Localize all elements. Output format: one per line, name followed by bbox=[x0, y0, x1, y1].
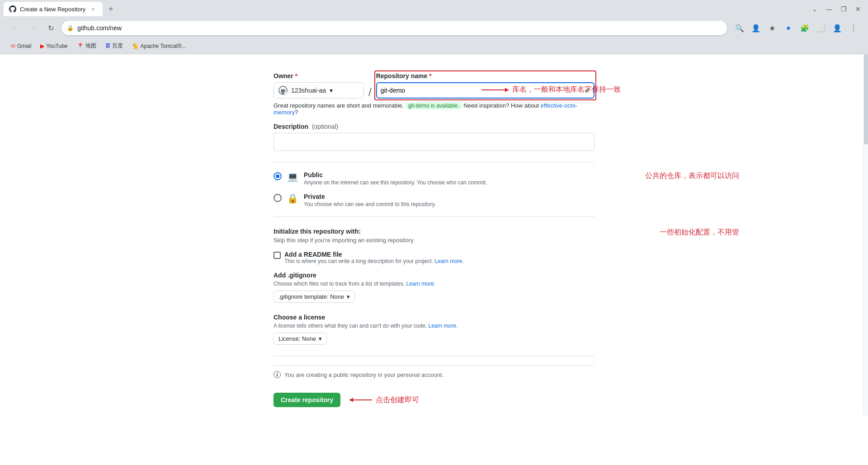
back-button[interactable]: ← bbox=[7, 21, 22, 35]
public-annotation-text: 公共的仓库，表示都可以访问 bbox=[645, 171, 739, 181]
readme-learn-more[interactable]: Learn more. bbox=[434, 258, 464, 264]
form-container: Owner * 123shuai-aa ▾ / bbox=[264, 72, 604, 425]
license-label: Choose a license bbox=[274, 314, 594, 321]
divider-2 bbox=[274, 216, 594, 217]
info-note: ℹ You are creating a public repository i… bbox=[274, 365, 594, 384]
readme-text: Add a README file This is where you can … bbox=[284, 251, 464, 264]
baidu-icon: 百 bbox=[105, 42, 110, 49]
more-button[interactable]: ⌄ bbox=[808, 3, 821, 15]
tab-favicon bbox=[9, 5, 16, 13]
availability-suffix: Need inspiration? How about bbox=[462, 102, 541, 109]
profile-icon[interactable]: 👤 bbox=[749, 21, 763, 35]
search-icon[interactable]: 🔍 bbox=[732, 21, 747, 35]
private-option[interactable]: 🔒 Private You choose who can see and com… bbox=[274, 193, 594, 207]
owner-avatar bbox=[278, 86, 288, 95]
bookmark-maps[interactable]: 📍 地图 bbox=[73, 40, 100, 52]
sidebar-icon[interactable]: ⬜ bbox=[814, 21, 828, 35]
account-icon[interactable]: 👤 bbox=[830, 21, 844, 35]
private-desc: You choose who can see and commit to thi… bbox=[304, 201, 436, 207]
apache-icon: 🐈 bbox=[132, 43, 139, 49]
title-bar: Create a New Repository × + ⌄ — ❐ ✕ bbox=[0, 0, 868, 18]
private-icon: 🔒 bbox=[287, 193, 298, 204]
maps-label: 地图 bbox=[85, 42, 96, 50]
divider-3 bbox=[274, 356, 594, 356]
bookmark-apache[interactable]: 🐈 Apache Tomcat®... bbox=[128, 41, 190, 51]
active-tab[interactable]: Create a New Repository × bbox=[4, 2, 103, 16]
license-select[interactable]: License: None ▾ bbox=[274, 333, 327, 345]
bookmark-icon[interactable]: ★ bbox=[765, 21, 779, 35]
apache-label: Apache Tomcat®... bbox=[141, 43, 186, 49]
gmail-label: Gmail bbox=[17, 43, 31, 49]
init-annotation-text: 一些初始化配置，不用管 bbox=[660, 228, 739, 236]
toolbar-icons: 🔍 👤 ★ ● 🧩 ⬜ 👤 ⋮ bbox=[732, 21, 861, 35]
gitignore-learn-more[interactable]: Learn more. bbox=[406, 281, 435, 287]
public-text: Public Anyone on the internet can see th… bbox=[304, 171, 487, 186]
minimize-button[interactable]: — bbox=[823, 3, 835, 15]
lock-icon: 🔒 bbox=[67, 25, 74, 31]
availability-badge: git-demo is available. bbox=[406, 102, 462, 109]
availability-suffix2: ? bbox=[295, 109, 298, 116]
license-section: Choose a license A license tells others … bbox=[274, 314, 594, 345]
description-input[interactable] bbox=[274, 133, 594, 151]
description-section: Description (optional) bbox=[274, 123, 594, 151]
private-text: Private You choose who can see and commi… bbox=[304, 193, 436, 207]
owner-repo-separator: / bbox=[366, 73, 374, 99]
init-subtitle: Skip this step if you're importing an ex… bbox=[274, 237, 594, 244]
browser-frame: Create a New Repository × + ⌄ — ❐ ✕ ← → … bbox=[0, 0, 868, 465]
readme-label: Add a README file bbox=[284, 251, 464, 258]
bookmark-youtube[interactable]: ▶ YouTube bbox=[37, 41, 71, 51]
bookmark-gmail[interactable]: ✉ Gmail bbox=[7, 41, 35, 51]
page-content: Owner * 123shuai-aa ▾ / bbox=[0, 54, 868, 465]
owner-field-group: Owner * 123shuai-aa ▾ bbox=[274, 72, 364, 99]
extensions-icon[interactable]: 🧩 bbox=[797, 21, 812, 35]
url-bar[interactable]: 🔒 github.com/new bbox=[61, 21, 727, 35]
owner-dropdown-icon: ▾ bbox=[330, 87, 333, 94]
description-optional: (optional) bbox=[312, 123, 338, 130]
public-icon: 💻 bbox=[287, 171, 298, 182]
bookmark-baidu[interactable]: 百 百度 bbox=[102, 40, 127, 52]
maximize-button[interactable]: ❐ bbox=[837, 3, 850, 15]
gitignore-section: Add .gitignore Choose which files not to… bbox=[274, 272, 594, 303]
public-radio[interactable] bbox=[274, 172, 282, 180]
create-button-row: Create repository 点击创建即可 bbox=[274, 393, 594, 407]
gitignore-value: .gitignore template: None bbox=[278, 293, 344, 300]
description-label: Description bbox=[274, 123, 308, 130]
license-value: License: None bbox=[278, 335, 316, 342]
maps-icon: 📍 bbox=[77, 43, 84, 49]
baidu-label: 百度 bbox=[112, 42, 123, 50]
info-icon: ℹ bbox=[274, 371, 281, 378]
owner-value: 123shuai-aa bbox=[291, 87, 326, 94]
gmail-icon: ✉ bbox=[11, 43, 15, 49]
tab-title: Create a New Repository bbox=[20, 6, 85, 13]
repo-name-input-wrap: ✓ bbox=[376, 82, 594, 99]
readme-checkbox-row: Add a README file This is where you can … bbox=[274, 251, 594, 264]
scrollbar-track bbox=[863, 54, 868, 416]
public-option[interactable]: 💻 Public Anyone on the internet can see … bbox=[274, 171, 594, 186]
private-radio[interactable] bbox=[274, 194, 282, 202]
create-repository-button[interactable]: Create repository bbox=[274, 393, 340, 407]
license-desc: A license tells others what they can and… bbox=[274, 323, 594, 329]
owner-select[interactable]: 123shuai-aa ▾ bbox=[274, 82, 364, 99]
chrome-icon[interactable]: ● bbox=[781, 21, 796, 35]
license-learn-more[interactable]: Learn more. bbox=[429, 323, 458, 329]
readme-desc: This is where you can write a long descr… bbox=[284, 258, 464, 264]
divider-1 bbox=[274, 162, 594, 162]
repo-name-input[interactable] bbox=[381, 87, 584, 94]
refresh-button[interactable]: ↻ bbox=[43, 21, 58, 35]
gitignore-select[interactable]: .gitignore template: None ▾ bbox=[274, 291, 355, 303]
close-button[interactable]: ✕ bbox=[852, 3, 864, 15]
public-annotation: 公共的仓库，表示都可以访问 bbox=[645, 171, 739, 181]
scrollbar-thumb[interactable] bbox=[864, 54, 868, 145]
init-section: Initialize this repository with: Skip th… bbox=[274, 228, 594, 264]
create-annotation: 点击创建即可 bbox=[349, 395, 419, 405]
owner-label: Owner bbox=[274, 72, 293, 80]
gitignore-dropdown-icon: ▾ bbox=[347, 293, 350, 300]
new-tab-button[interactable]: + bbox=[104, 3, 117, 15]
forward-button[interactable]: → bbox=[25, 21, 40, 35]
readme-checkbox[interactable] bbox=[274, 252, 281, 259]
check-icon: ✓ bbox=[584, 86, 590, 95]
menu-icon[interactable]: ⋮ bbox=[846, 21, 861, 35]
public-label: Public bbox=[304, 171, 487, 178]
address-bar: ← → ↻ 🔒 github.com/new 🔍 👤 ★ ● 🧩 ⬜ 👤 ⋮ bbox=[0, 18, 868, 38]
tab-close-button[interactable]: × bbox=[89, 5, 97, 13]
